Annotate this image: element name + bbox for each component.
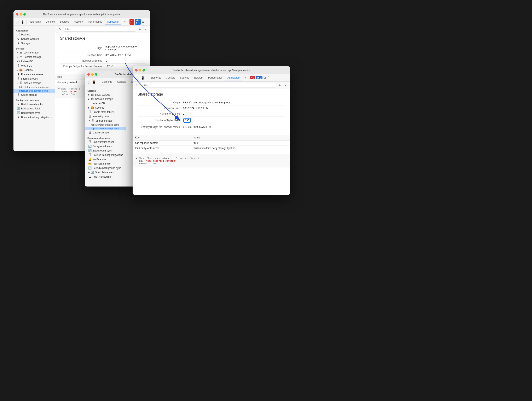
device-icon-2[interactable]: 📱 [92, 80, 96, 84]
sidebar-item-bgsync[interactable]: 🔄 Background sync [13, 111, 55, 115]
settings-icon-1[interactable]: ⚙ [141, 20, 144, 24]
sidebar-item-websql-label: Web SQL [21, 64, 32, 67]
data-table-3: Key Value has-reported-content true thir… [133, 135, 290, 151]
close-btn-1[interactable]: ✕ [143, 27, 148, 32]
sidebar-item-serviceworkers[interactable]: ⚙ Service workers [13, 37, 55, 41]
indexeddb-icon: 🗃 [17, 60, 20, 63]
sidebar-item-sessionstorage[interactable]: ▶ ▤ Session storage [13, 55, 55, 59]
sidebar-item-bouncetracking-2[interactable]: 🗄 Bounce tracking mitigations [85, 153, 126, 157]
tab-elements-2[interactable]: Elements [100, 80, 114, 84]
sidebar-item-interestgroups[interactable]: 🗄 Interest groups [13, 76, 55, 81]
table-row-1-3[interactable]: has-reported-content true [133, 140, 290, 146]
tab-sources-3[interactable]: Sources [178, 76, 191, 80]
tab-elements-1[interactable]: Elements [28, 19, 43, 25]
more-icon-1[interactable]: ⋮ [145, 20, 149, 24]
tab-console-2[interactable]: Console [115, 80, 128, 84]
sidebar-item-bgsync-2[interactable]: 🔄 Background sync [85, 148, 126, 153]
minimize-button-3[interactable] [139, 69, 141, 71]
tab-sources-1[interactable]: Sources [57, 19, 71, 25]
close-button-2[interactable] [87, 73, 90, 76]
sidebar-item-speculative-2[interactable]: ▶ 🔄 Speculative loads [85, 170, 126, 174]
sidebar-item-manifest[interactable]: 📄 Manifest [13, 32, 55, 37]
sidebar-item-cachestorage[interactable]: 🗄 Cache storage [13, 93, 55, 97]
close-btn-3[interactable]: ✕ [283, 83, 288, 88]
minimize-button-1[interactable] [20, 13, 22, 16]
sidebar-item-localstorage-2[interactable]: ▶ ▤ Local storage [85, 92, 126, 97]
tab-elements-3[interactable]: Elements [149, 76, 163, 80]
sidebar-item-privatestate-2[interactable]: 🗄 Private state tokens [85, 110, 126, 114]
reload-btn-3[interactable]: ↻ [135, 83, 140, 88]
close-button-3[interactable] [135, 69, 138, 71]
bytes-highlighted-value: 196 [183, 118, 191, 123]
reload-btn-1[interactable]: ↻ [57, 27, 62, 32]
sidebar-item-backforward[interactable]: 🗄 Back/forward cache [13, 102, 55, 106]
maximize-button-1[interactable] [23, 13, 26, 16]
cookies-arrow: ▶ [17, 69, 18, 71]
sidebar-item-sharedstorage-url2-2[interactable]: https://shared-storage-demo- [85, 127, 126, 130]
tab-network-1[interactable]: Network [72, 19, 85, 25]
sidebar-item-sharedstorage-url1[interactable]: https://shared-storage-demo- [13, 85, 55, 89]
error-badge-1: ✕ 1 [129, 19, 134, 25]
tab-performance-3[interactable]: Performance [206, 76, 225, 80]
entropy-label-3: Entropy Budget for Fenced Frames [138, 126, 183, 128]
clear-btn-3[interactable]: ⊘ [277, 83, 282, 88]
sidebar-item-interestgroups-2[interactable]: 🗄 Interest groups [85, 114, 126, 119]
filter-input-3[interactable] [141, 83, 276, 88]
filter-input-1[interactable] [63, 27, 136, 32]
sidebar-item-websql[interactable]: 🗄 Web SQL [13, 64, 55, 68]
maximize-button-3[interactable] [143, 69, 145, 71]
devtools-main-3: ↻ ⊘ ✕ Shared storage Origin https://shar… [133, 82, 290, 195]
sidebar-item-sharedstorage-2[interactable]: ▼ 🗄 Shared storage [85, 119, 126, 123]
sidebar-item-indexeddb-2[interactable]: 🗃 IndexedDB [85, 101, 126, 106]
cursor-icon[interactable]: ⬚ [15, 19, 19, 25]
sidebar-item-payment-2[interactable]: 💳 Payment handler [85, 161, 126, 166]
cursor-icon-2[interactable]: ⬚ [87, 80, 91, 84]
tab-console-1[interactable]: Console [44, 19, 57, 25]
sidebar-item-storage-root[interactable]: 🗄 Storage [13, 41, 55, 45]
tab-console-3[interactable]: Console [164, 76, 177, 80]
sidebar-item-localstorage[interactable]: ▶ ▤ Local storage [13, 50, 55, 55]
sidebar-item-cookies[interactable]: ▶ 🍪 Cookies [13, 68, 55, 72]
sidebar-item-sharedstorage-url2[interactable]: https://shared-storage-demo- [13, 89, 55, 93]
sidebar-item-cookies-2[interactable]: ▶ 🍪 Cookies [85, 106, 126, 110]
tab-application-1[interactable]: Application [105, 19, 121, 25]
sidebar-item-bgfetch-2[interactable]: 🔄 Background fetch [85, 144, 126, 148]
devtools-window-3: DevTools - shared-storage-demo-publisher… [133, 66, 290, 195]
sidebar-item-sharedstorage-url1-2[interactable]: https://shared-storage-demo- [85, 123, 126, 127]
tab-network-3[interactable]: Network [192, 76, 205, 80]
sidebar-item-indexeddb-label: IndexedDB [21, 60, 33, 63]
sidebar-item-bouncetracking[interactable]: 🗄 Bounce tracking mitigations [13, 115, 55, 119]
tab-more-3[interactable]: » [243, 76, 248, 80]
table-row-2-3[interactable]: third-party-write-demo written into thir… [133, 146, 290, 151]
settings-icon-3[interactable]: ⚙ [263, 76, 266, 80]
sidebar-item-cachestorage-2[interactable]: 🗄 Cache storage [85, 130, 126, 135]
tab-application-3[interactable]: Application [225, 76, 242, 80]
creation-value-1: 3/25/2024, 1:17:11 PM [105, 54, 131, 57]
more-icon-3[interactable]: ⋮ [267, 76, 270, 80]
sidebar-item-bgsync-label: Background sync [21, 111, 40, 115]
tab-performance-1[interactable]: Performance [86, 19, 104, 25]
sidebar-item-periodicbgsync-2[interactable]: 🔄 Periodic background sync [85, 166, 126, 170]
sidebar-item-sharedstorage[interactable]: ▼ 🗄 Shared storage [13, 81, 55, 85]
sidebar-section-storage-2: Storage [85, 88, 126, 92]
minimize-button-2[interactable] [91, 73, 94, 76]
interestgroups-icon: 🗄 [17, 77, 20, 80]
tab-more-1[interactable]: » [122, 19, 128, 25]
cursor-icon-3[interactable]: ⬚ [134, 76, 139, 80]
sidebar-item-privatestate[interactable]: 🗄 Private state tokens [13, 72, 55, 76]
device-icon[interactable]: 📱 [20, 19, 25, 25]
device-icon-3[interactable]: 📱 [140, 76, 145, 80]
sidebar-item-backforward-2[interactable]: 🗄 Back/forward cache [85, 140, 126, 144]
sidebar-item-sessionstorage-2[interactable]: ▶ ▤ Session storage [85, 97, 126, 101]
localstorage-icon: ▤ [19, 51, 23, 54]
devtools-toolbar-3: ⬚ 📱 Elements Console Sources Network Per… [133, 74, 290, 82]
sidebar-item-push-2[interactable]: ☁ Push messaging [85, 174, 126, 179]
close-button-1[interactable] [16, 13, 19, 16]
shared-storage-title-3: Shared storage [138, 92, 285, 96]
sidebar-item-indexeddb[interactable]: 🗃 IndexedDB [13, 59, 55, 64]
clear-btn-1[interactable]: ⊘ [137, 27, 142, 32]
maximize-button-2[interactable] [95, 73, 97, 76]
sidebar-item-notifications-2[interactable]: 🔔 Notifications [85, 157, 126, 161]
sidebar-item-bgfetch[interactable]: 🔄 Background fetch [13, 106, 55, 111]
info-row-origin-1: Origin https://shared-storage-demo-conte… [60, 44, 145, 52]
